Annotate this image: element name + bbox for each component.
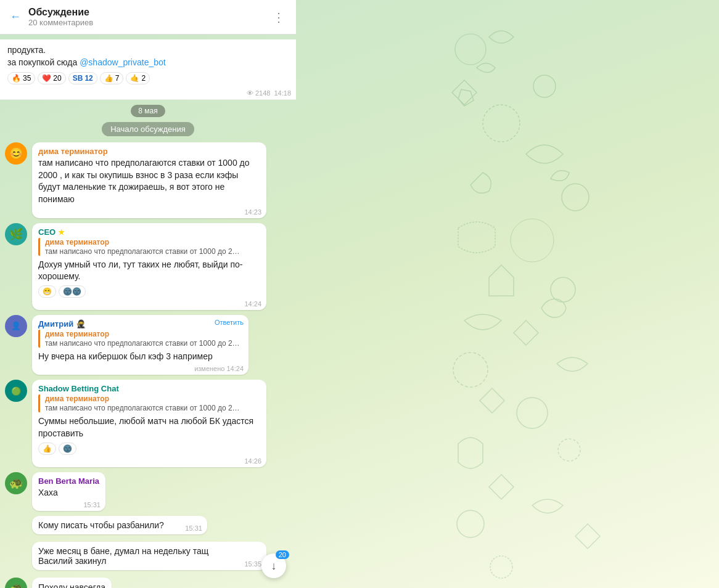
- edited-label: изменено: [194, 365, 226, 372]
- reactions: 😁 🌚🌚: [38, 285, 260, 298]
- quote-block: дима терминатор там написано что предпол…: [38, 394, 260, 412]
- message-text: Суммы небольшие, любой матч на любой БК …: [38, 415, 260, 439]
- avatar: 😊: [5, 142, 27, 165]
- top-message-text: продукта.: [7, 44, 289, 57]
- sender-name: Ben Berta Maria: [38, 476, 99, 486]
- reaction-heart[interactable]: ❤️ 20: [38, 72, 65, 84]
- message-time: 15:31: [185, 525, 202, 532]
- reaction-moon[interactable]: 🌚: [59, 443, 76, 455]
- top-reactions: 🔥 35 ❤️ 20 SB 12 👍 7 🤙 2: [7, 72, 289, 84]
- avatar: 🐢: [5, 472, 27, 494]
- message-row: 🐢 Походу навсегда 15:36: [0, 576, 296, 588]
- message-bubble: Уже месяц в бане, думал на недельку тащ …: [32, 542, 266, 570]
- more-button[interactable]: ⋮: [273, 10, 286, 25]
- header-title: Обсуждение: [28, 7, 265, 18]
- reaction-sb[interactable]: SB 12: [68, 72, 97, 84]
- message-bubble: Походу навсегда 15:36: [32, 578, 112, 588]
- view-count: 👁 2148: [247, 89, 270, 97]
- message-row: Кому писать чтобы разбанили? 15:31: [0, 515, 296, 538]
- reply-button[interactable]: Ответить: [215, 319, 244, 326]
- message-time: изменено 14:24: [194, 365, 244, 372]
- message-time: 14:24: [244, 300, 261, 308]
- top-message: продукта. за покупкой сюда @shadow_priva…: [0, 39, 296, 100]
- message-bubble: Дмитрий 🥷 Ответить дима терминатор там н…: [32, 315, 249, 375]
- message-row: 🟢 Shadow Betting Chat дима терминатор та…: [0, 378, 296, 468]
- messages-container[interactable]: продукта. за покупкой сюда @shadow_priva…: [0, 35, 296, 588]
- link[interactable]: @shadow_private_bot: [80, 57, 166, 67]
- avatar: 👤: [5, 315, 27, 337]
- sender-name: Shadow Betting Chat: [38, 384, 260, 393]
- unread-badge: 20: [276, 550, 289, 559]
- reaction-thumbs[interactable]: 👍: [38, 443, 56, 455]
- message-text: Дохуя умный что ли, тут таких не любят, …: [38, 259, 260, 283]
- quote-author: дима терминатор: [45, 330, 242, 338]
- scroll-down-icon: ↓: [271, 560, 277, 573]
- header: ← Обсуждение 20 комментариев ⋮: [0, 0, 296, 35]
- date-label: 8 мая: [131, 105, 165, 117]
- message-bubble: Кому писать чтобы разбанили? 15:31: [32, 516, 207, 534]
- message-row: Уже месяц в бане, думал на недельку тащ …: [0, 541, 296, 574]
- message-time: 14:23: [244, 208, 261, 216]
- top-meta: 👁 2148 14:18: [247, 89, 291, 97]
- header-subtitle: 20 комментариев: [28, 18, 265, 27]
- message-time: 14:26: [244, 457, 261, 465]
- message-text: Уже месяц в бане, думал на недельку тащ …: [38, 546, 208, 566]
- date-bubble: 8 мая: [0, 105, 296, 117]
- quote-block: дима терминатор там написано что предпол…: [38, 330, 242, 348]
- quote-author: дима терминатор: [45, 394, 260, 403]
- section-label-text: Начало обсуждения: [102, 122, 194, 136]
- message-time: 15:31: [83, 501, 101, 508]
- message-bubble: дима терминатор там написано что предпол…: [32, 142, 266, 218]
- message-row: 🌿 CEO ★ дима терминатор там написано что…: [0, 222, 296, 311]
- quote-text: там написано что предполагаются ставки о…: [45, 247, 242, 256]
- message-bubble: Ben Berta Maria Хаха 15:31: [32, 472, 105, 512]
- quote-text: там написано что предполагаются ставки о…: [45, 339, 242, 348]
- sender-name: Дмитрий 🥷: [38, 319, 242, 329]
- message-text: Хаха: [38, 487, 99, 499]
- message-row: 🐢 Ben Berta Maria Хаха 15:31: [0, 471, 296, 513]
- message-bubble: Shadow Betting Chat дима терминатор там …: [32, 380, 266, 467]
- reaction-moon[interactable]: 🌚🌚: [59, 285, 86, 298]
- avatar: 🐢: [5, 578, 27, 588]
- message-time: 15:35: [244, 560, 261, 568]
- sender-name: дима терминатор: [38, 147, 260, 156]
- quote-text: там написано что предполагаются ставки о…: [45, 404, 242, 412]
- quote-block: дима терминатор там написано что предпол…: [38, 238, 260, 256]
- message-row: 😊 дима терминатор там написано что предп…: [0, 141, 296, 219]
- back-button[interactable]: ←: [10, 10, 21, 23]
- quote-author: дима терминатор: [45, 238, 260, 247]
- reaction-fire[interactable]: 🔥 35: [7, 72, 35, 84]
- section-label: Начало обсуждения: [0, 122, 296, 136]
- reaction-grin[interactable]: 😁: [38, 285, 56, 298]
- reaction-thumbs[interactable]: 👍 7: [100, 72, 124, 84]
- avatar: 🟢: [5, 380, 27, 402]
- message-row: 👤 Дмитрий 🥷 Ответить дима терминатор там…: [0, 314, 296, 377]
- message-bubble: CEO ★ дима терминатор там написано что п…: [32, 223, 266, 310]
- message-text: Ну вчера на кибершок был кэф 3 например: [38, 351, 242, 363]
- reactions: 👍 🌚: [38, 443, 260, 455]
- star-icon: ★: [58, 228, 65, 237]
- message-text: Походу навсегда: [38, 582, 105, 588]
- header-info: Обсуждение 20 комментариев: [28, 7, 265, 27]
- message-text: там написано что предполагаются ставки о…: [38, 157, 260, 205]
- top-message-link-line: за покупкой сюда @shadow_private_bot: [7, 57, 289, 69]
- avatar: 🌿: [5, 223, 27, 245]
- reaction-wave[interactable]: 🤙 2: [126, 72, 150, 84]
- chat-panel: ← Обсуждение 20 комментариев ⋮ продукта.…: [0, 0, 296, 588]
- message-time: 14:18: [274, 89, 291, 97]
- scroll-to-bottom-button[interactable]: 20 ↓: [261, 553, 286, 578]
- message-text: Кому писать чтобы разбанили?: [38, 520, 164, 530]
- sender-name: CEO ★: [38, 227, 260, 237]
